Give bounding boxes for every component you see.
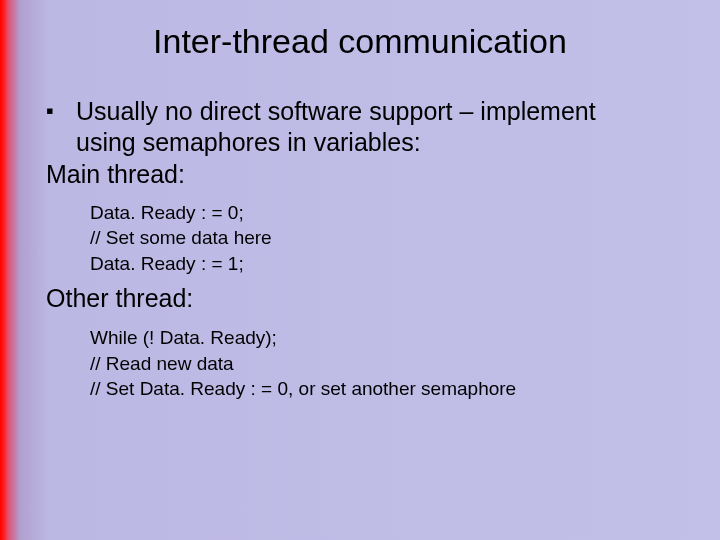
bullet-line-2: using semaphores in variables: bbox=[76, 128, 421, 156]
code-line: Data. Ready : = 0; bbox=[90, 200, 690, 226]
code-line: Data. Ready : = 1; bbox=[90, 251, 690, 277]
code-line: // Set Data. Ready : = 0, or set another… bbox=[90, 376, 690, 402]
code-line: // Set some data here bbox=[90, 225, 690, 251]
bullet-item: ▪ Usually no direct software support – i… bbox=[46, 96, 690, 157]
main-thread-code: Data. Ready : = 0; // Set some data here… bbox=[90, 200, 690, 277]
main-thread-label: Main thread: bbox=[46, 159, 690, 190]
bullet-icon: ▪ bbox=[46, 96, 76, 127]
bullet-text: Usually no direct software support – imp… bbox=[76, 96, 690, 157]
other-thread-label: Other thread: bbox=[46, 282, 690, 315]
slide: Inter-thread communication ▪ Usually no … bbox=[0, 0, 720, 540]
code-line: // Read new data bbox=[90, 351, 690, 377]
slide-title: Inter-thread communication bbox=[0, 22, 720, 61]
other-thread-code: While (! Data. Ready); // Read new data … bbox=[90, 325, 690, 402]
slide-body: ▪ Usually no direct software support – i… bbox=[46, 96, 690, 408]
bullet-line-1: Usually no direct software support – imp… bbox=[76, 97, 596, 125]
code-line: While (! Data. Ready); bbox=[90, 325, 690, 351]
